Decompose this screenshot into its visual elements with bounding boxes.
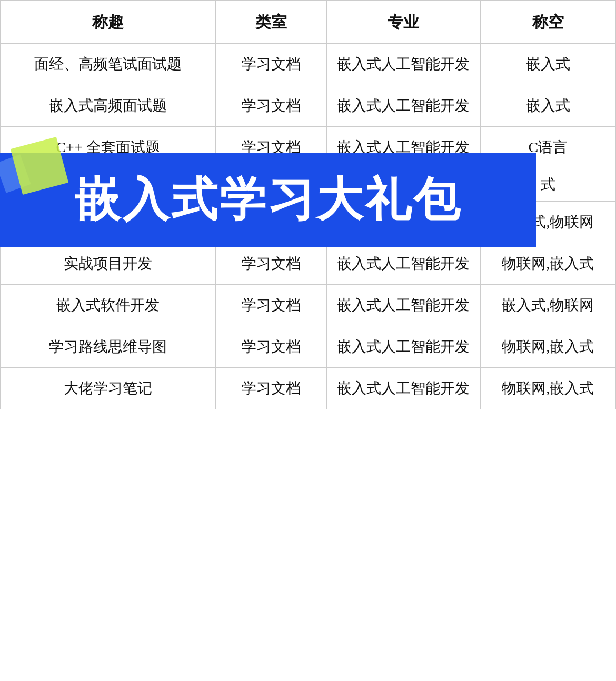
cell-5-1: 学习文档 [216, 243, 326, 285]
cell-5-2: 嵌入式人工智能开发 [326, 243, 480, 285]
cell-8-1: 学习文档 [216, 368, 326, 409]
cell-7-1: 学习文档 [216, 326, 326, 368]
promo-banner: 嵌入式学习大礼包 [0, 153, 536, 247]
cell-6-3: 嵌入式,物联网 [480, 285, 615, 326]
cell-8-2: 嵌入式人工智能开发 [326, 368, 480, 409]
cell-7-3: 物联网,嵌入式 [480, 326, 615, 368]
cell-8-3: 物联网,嵌入式 [480, 368, 615, 409]
table-row: 面经、高频笔试面试题学习文档嵌入式人工智能开发嵌入式 [1, 44, 616, 85]
table-row: 嵌入式高频面试题学习文档嵌入式人工智能开发嵌入式 [1, 85, 616, 127]
header-col3: 专业 [326, 1, 480, 44]
cell-1-2: 嵌入式人工智能开发 [326, 85, 480, 127]
cell-5-0: 实战项目开发 [1, 243, 216, 285]
cell-1-1: 学习文档 [216, 85, 326, 127]
cell-1-3: 嵌入式 [480, 85, 615, 127]
cell-6-0: 嵌入式软件开发 [1, 285, 216, 326]
banner-text: 嵌入式学习大礼包 [74, 168, 462, 231]
cell-0-2: 嵌入式人工智能开发 [326, 44, 480, 85]
cell-6-2: 嵌入式人工智能开发 [326, 285, 480, 326]
table-row: 实战项目开发学习文档嵌入式人工智能开发物联网,嵌入式 [1, 243, 616, 285]
cell-7-2: 嵌入式人工智能开发 [326, 326, 480, 368]
table-row: 嵌入式软件开发学习文档嵌入式人工智能开发嵌入式,物联网 [1, 285, 616, 326]
table-row: 学习路线思维导图学习文档嵌入式人工智能开发物联网,嵌入式 [1, 326, 616, 368]
cell-7-0: 学习路线思维导图 [1, 326, 216, 368]
cell-5-3: 物联网,嵌入式 [480, 243, 615, 285]
cell-1-0: 嵌入式高频面试题 [1, 85, 216, 127]
table-header-row: 称趣 类室 专业 称空 [1, 1, 616, 44]
cell-0-1: 学习文档 [216, 44, 326, 85]
header-col4: 称空 [480, 1, 615, 44]
header-col1: 称趣 [1, 1, 216, 44]
cell-0-3: 嵌入式 [480, 44, 615, 85]
table-row: 大佬学习笔记学习文档嵌入式人工智能开发物联网,嵌入式 [1, 368, 616, 409]
cell-8-0: 大佬学习笔记 [1, 368, 216, 409]
cell-0-0: 面经、高频笔试面试题 [1, 44, 216, 85]
main-container: 称趣 类室 专业 称空 面经、高频笔试面试题学习文档嵌入式人工智能开发嵌入式嵌入… [0, 0, 616, 409]
header-col2: 类室 [216, 1, 326, 44]
cell-6-1: 学习文档 [216, 285, 326, 326]
